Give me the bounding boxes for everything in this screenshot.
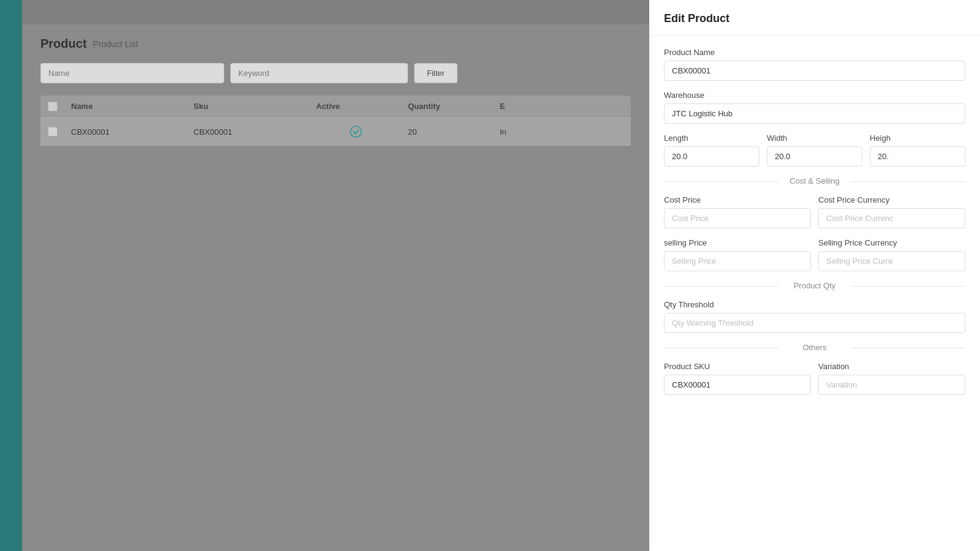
cost-selling-divider: Cost & Selling xyxy=(664,176,965,186)
length-label: Length xyxy=(664,133,760,143)
filter-button[interactable]: Filter xyxy=(414,63,458,83)
edit-panel-header: Edit Product xyxy=(649,0,980,36)
header-checkbox[interactable] xyxy=(48,102,58,111)
product-name-input[interactable] xyxy=(664,61,965,81)
cost-price-currency-input[interactable] xyxy=(818,208,965,228)
height-group: Heigh xyxy=(870,133,965,167)
cost-price-label: Cost Price xyxy=(664,195,811,204)
length-input[interactable] xyxy=(664,146,760,167)
width-input[interactable] xyxy=(767,146,862,167)
col-active: Active xyxy=(310,102,402,111)
cost-price-currency-group: Cost Price Currency xyxy=(818,195,965,228)
product-sku-input[interactable] xyxy=(664,375,811,395)
qty-threshold-group: Qty Threshold xyxy=(664,300,965,333)
dimensions-row: Length Width Heigh xyxy=(664,133,965,167)
page-header: Product Product List xyxy=(40,37,631,51)
others-divider: Others xyxy=(664,343,965,352)
col-quantity: Quantity xyxy=(402,102,494,111)
product-name-group: Product Name xyxy=(664,48,965,81)
row-active xyxy=(310,126,402,138)
qty-threshold-input[interactable] xyxy=(664,313,965,333)
page-title: Product xyxy=(40,37,87,51)
cost-price-input[interactable] xyxy=(664,208,811,228)
width-label: Width xyxy=(767,133,862,143)
search-keyword-input[interactable] xyxy=(230,63,408,83)
selling-price-input[interactable] xyxy=(664,251,811,271)
warehouse-input[interactable] xyxy=(664,103,965,124)
length-group: Length xyxy=(664,133,760,167)
table-row[interactable]: CBX00001 CBX00001 20 In xyxy=(40,118,631,146)
height-input[interactable] xyxy=(870,146,965,167)
row-name: CBX00001 xyxy=(65,127,187,137)
selling-price-group: selling Price xyxy=(664,238,811,271)
col-extra: E xyxy=(494,102,555,111)
edit-panel-title: Edit Product xyxy=(664,12,729,24)
cost-price-row: Cost Price Cost Price Currency xyxy=(664,195,965,228)
top-bar xyxy=(22,0,649,24)
qty-threshold-label: Qty Threshold xyxy=(664,300,965,309)
variation-input[interactable] xyxy=(818,375,965,395)
col-name: Name xyxy=(65,102,187,111)
active-check-icon xyxy=(316,126,396,138)
edit-product-panel: Edit Product Product Name Warehouse Leng… xyxy=(649,0,980,551)
product-sku-group: Product SKU xyxy=(664,362,811,395)
product-name-label: Product Name xyxy=(664,48,965,57)
svg-point-0 xyxy=(350,126,361,137)
width-group: Width xyxy=(767,133,862,167)
selling-price-currency-input[interactable] xyxy=(818,251,965,271)
col-sku: Sku xyxy=(187,102,310,111)
table-header: Name Sku Active Quantity E xyxy=(40,96,631,118)
selling-price-row: selling Price Selling Price Currency xyxy=(664,238,965,271)
sku-variation-row: Product SKU Variation xyxy=(664,362,965,395)
sidebar xyxy=(0,0,22,551)
product-table: Name Sku Active Quantity E CBX00001 CBX0… xyxy=(40,96,631,146)
cost-price-currency-label: Cost Price Currency xyxy=(818,195,965,204)
product-sku-label: Product SKU xyxy=(664,362,811,371)
col-checkbox xyxy=(40,102,65,111)
search-bar: Filter xyxy=(40,63,631,83)
product-qty-divider: Product Qty xyxy=(664,281,965,290)
height-label: Heigh xyxy=(870,133,965,143)
row-sku: CBX00001 xyxy=(187,127,310,137)
cost-price-group: Cost Price xyxy=(664,195,811,228)
selling-price-currency-group: Selling Price Currency xyxy=(818,238,965,271)
selling-price-currency-label: Selling Price Currency xyxy=(818,238,965,247)
variation-label: Variation xyxy=(818,362,965,371)
breadcrumb: Product List xyxy=(93,39,138,49)
edit-panel-body: Product Name Warehouse Length Width Heig… xyxy=(649,36,980,407)
row-extra: In xyxy=(494,127,555,137)
search-name-input[interactable] xyxy=(40,63,224,83)
warehouse-label: Warehouse xyxy=(664,91,965,100)
row-quantity: 20 xyxy=(402,127,494,137)
warehouse-group: Warehouse xyxy=(664,91,965,124)
row-checkbox[interactable] xyxy=(40,127,65,137)
selling-price-label: selling Price xyxy=(664,238,811,247)
variation-group: Variation xyxy=(818,362,965,395)
main-area: Product Product List Filter Name Sku Act… xyxy=(22,0,649,551)
